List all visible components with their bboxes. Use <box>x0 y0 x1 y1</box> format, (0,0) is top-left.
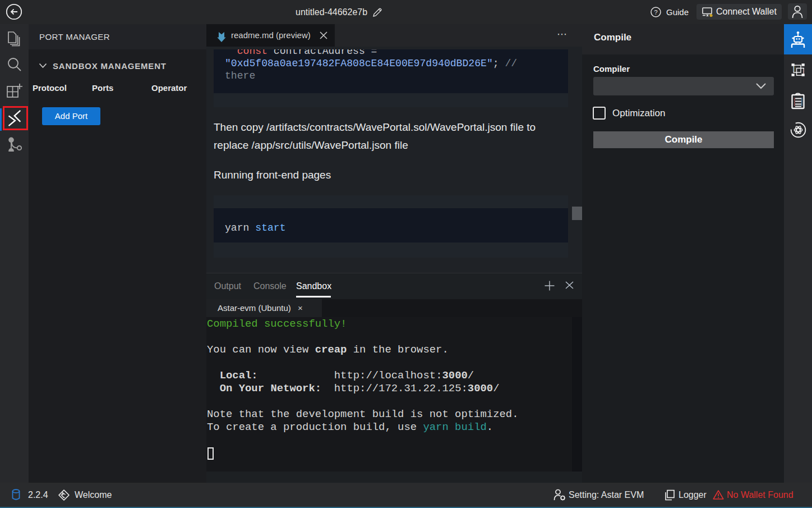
svg-text:?: ? <box>654 9 657 16</box>
